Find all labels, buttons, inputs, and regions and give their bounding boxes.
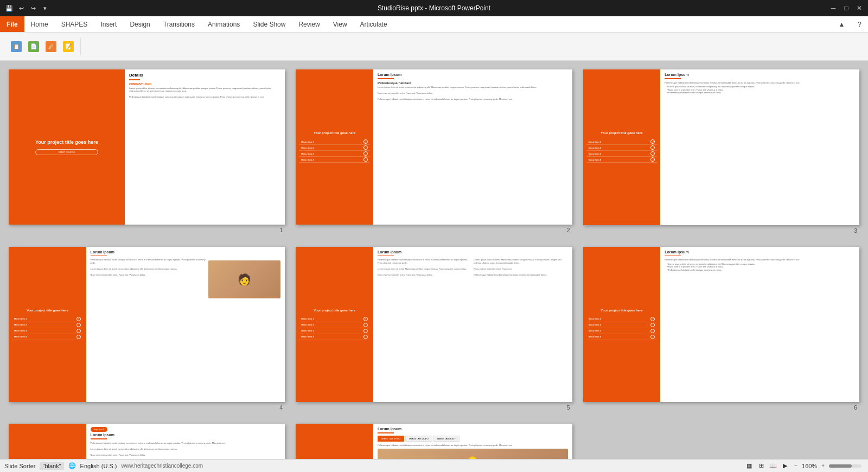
- tab-shapes[interactable]: SHAPES: [55, 16, 94, 32]
- zoom-out-icon[interactable]: −: [794, 463, 797, 469]
- check-icon: ✓: [363, 317, 368, 321]
- slide8-image-person: 😊: [467, 456, 478, 459]
- check-icon: [650, 329, 655, 333]
- slide-wrapper-8: Your project title goes here Menu Item 1…: [296, 424, 572, 459]
- slide-number-5: 5: [567, 404, 572, 411]
- slides-grid: Your project title goes here START COURS…: [9, 69, 859, 459]
- slide-sorter-label[interactable]: Slide Sorter: [4, 463, 35, 469]
- slide1-start-btn: START COURSE: [35, 149, 98, 155]
- slide4-body-area: Pellentesque habitant morbi tristique se…: [91, 258, 281, 399]
- slide1-body: Lorem ipsum dolor sit amet, consectetur …: [129, 87, 280, 99]
- toolbar-btn-3[interactable]: 🖊: [43, 40, 59, 53]
- tab-design[interactable]: Design: [123, 16, 156, 32]
- slide-thumbnail-4[interactable]: Your project title goes here Menu Item 1…: [9, 247, 285, 402]
- sidebar-title-6: Your project title goes here: [601, 309, 642, 312]
- slide8-content: Lorum Ipsum IMAGE LAB-INTRO IMAGE LAB-VI…: [373, 424, 572, 459]
- save-icon[interactable]: 💾: [4, 3, 14, 13]
- slide2-heading: Lorum Ipsum: [378, 73, 568, 76]
- check-icon: ✓: [650, 317, 655, 321]
- slide-thumbnail-2[interactable]: Your project title goes here Menu Item 1…: [296, 69, 572, 225]
- slide2-sidebar: Your project title goes here Menu Item 1…: [296, 69, 373, 225]
- tab-articulate[interactable]: Articulate: [354, 16, 394, 32]
- sidebar-item-5-4: Menu Item 4: [299, 334, 370, 340]
- tab-body[interactable]: IMAGE LAB-BODY: [433, 436, 459, 442]
- slide-wrapper-2: Your project title goes here Menu Item 1…: [296, 69, 572, 234]
- check-icon: ✓: [76, 317, 81, 321]
- slide4-heading: Lorum Ipsum: [91, 250, 281, 254]
- slide2-body: Lorem ipsum dolor sit amet, consectetur …: [378, 86, 568, 101]
- blank-tab-label[interactable]: "blank": [40, 462, 63, 470]
- tab-transitions[interactable]: Transitions: [157, 16, 201, 32]
- tab-insert[interactable]: Insert: [94, 16, 123, 32]
- check-icon: [650, 335, 655, 339]
- sidebar-item-3-4: Menu Item 4: [586, 157, 658, 163]
- slide7-underline: [91, 438, 107, 439]
- sidebar-item-2-1: Menu Item 1✓: [299, 139, 370, 145]
- slide4-body: Pellentesque habitant morbi tristique se…: [91, 258, 206, 277]
- slide5-col2-text: Lorem ipsum dolor sit amet. Maecenas por…: [474, 258, 567, 277]
- slide-thumbnail-5[interactable]: Your project title goes here Menu Item 1…: [296, 247, 572, 402]
- redo-icon[interactable]: ↪: [28, 3, 38, 13]
- tab-intro[interactable]: IMAGE LAB-INTRO: [378, 436, 404, 442]
- slide-wrapper-4: Your project title goes here Menu Item 1…: [9, 247, 285, 411]
- toolbar-btn-4[interactable]: 📝: [61, 40, 76, 53]
- slide-thumbnail-7[interactable]: Your project title goes here Menu Item 1…: [9, 424, 285, 459]
- maximize-button[interactable]: □: [842, 4, 851, 12]
- details-heading: Details: [129, 73, 280, 78]
- sidebar-item-4-1: Menu Item 1✓: [12, 316, 83, 322]
- undo-icon[interactable]: ↩: [16, 3, 26, 13]
- check-icon: [650, 151, 655, 156]
- window-title: StudioRise.pptx - Microsoft PowerPoint: [378, 4, 490, 12]
- slide6-body: Pellentesque habitant morbi tristique se…: [665, 258, 855, 261]
- tab-view[interactable]: View: [327, 16, 354, 32]
- tab-file[interactable]: File: [0, 16, 24, 32]
- check-icon: [76, 329, 81, 333]
- slide-thumbnail-1[interactable]: Your project title goes here START COURS…: [9, 69, 285, 225]
- toolbar-btn-1[interactable]: 📋: [9, 40, 24, 53]
- toolbar-btn-2[interactable]: 📄: [26, 40, 41, 53]
- check-icon: [650, 323, 655, 327]
- check-icon: [650, 145, 655, 150]
- check-icon: [363, 145, 368, 150]
- sidebar-menu-3: Menu Item 1✓ Menu Item 2 Menu Item 3 Men…: [586, 139, 658, 163]
- collapse-ribbon-button[interactable]: ▲: [832, 16, 851, 32]
- slide7-content: Step 1 of 3 Lorum Ipsum Pellentesque hab…: [86, 424, 285, 459]
- slide7-heading: Lorum Ipsum: [91, 433, 281, 437]
- slide3-content: Lorum Ipsum Pellentesque habitant morbi …: [660, 69, 859, 225]
- reading-view-button[interactable]: 📖: [768, 461, 778, 471]
- slide-number-1: 1: [279, 227, 285, 233]
- slide-wrapper-5: Your project title goes here Menu Item 1…: [296, 247, 572, 411]
- tab-home[interactable]: Home: [24, 16, 55, 32]
- minimize-button[interactable]: ─: [829, 4, 838, 12]
- slide8-tab-content: Pellentesque habitant morbi tristique se…: [378, 444, 568, 447]
- tab-animations[interactable]: Animations: [201, 16, 246, 32]
- slide6-sidebar: Your project title goes here Menu Item 1…: [583, 247, 661, 403]
- details-underline: [129, 79, 140, 80]
- slide-thumbnail-6[interactable]: Your project title goes here Menu Item 1…: [583, 247, 859, 403]
- slide-wrapper-1: Your project title goes here START COURS…: [9, 69, 285, 234]
- slide-thumbnail-8[interactable]: Your project title goes here Menu Item 1…: [296, 424, 572, 459]
- help-button[interactable]: ?: [851, 16, 868, 32]
- zoom-level: 160%: [802, 463, 817, 469]
- sidebar-item-2-4: Menu Item 4: [299, 157, 370, 163]
- sidebar-item-2-3: Menu Item 3: [299, 151, 370, 157]
- tab-slideshow[interactable]: Slide Show: [246, 16, 292, 32]
- tab-video[interactable]: IMAGE LAB-VIDEO: [405, 436, 432, 442]
- more-icon[interactable]: ▾: [40, 3, 50, 13]
- slide5-col2: Lorem ipsum dolor sit amet. Maecenas por…: [474, 258, 567, 399]
- status-left: Slide Sorter "blank" 🌐 English (U.S.) ww…: [4, 462, 203, 470]
- close-button[interactable]: ✕: [855, 4, 864, 12]
- zoom-in-icon[interactable]: +: [821, 463, 825, 469]
- slide-sorter-button[interactable]: ⊞: [756, 461, 766, 471]
- slide8-image: 😊: [378, 449, 568, 459]
- slide-number-2: 2: [567, 227, 572, 233]
- slide-thumbnail-3[interactable]: Your project title goes here Menu Item 1…: [583, 69, 859, 225]
- tab-review[interactable]: Review: [292, 16, 326, 32]
- slideshow-button[interactable]: ▶: [780, 461, 790, 471]
- sidebar-item-3-1: Menu Item 1✓: [586, 139, 658, 145]
- slide-sorter-area: Your project title goes here START COURS…: [0, 61, 868, 459]
- zoom-slider[interactable]: [829, 464, 861, 468]
- normal-view-button[interactable]: ▦: [744, 461, 754, 471]
- check-icon: [363, 329, 368, 333]
- sidebar-menu-4: Menu Item 1✓ Menu Item 2 Menu Item 3 Men…: [12, 316, 83, 340]
